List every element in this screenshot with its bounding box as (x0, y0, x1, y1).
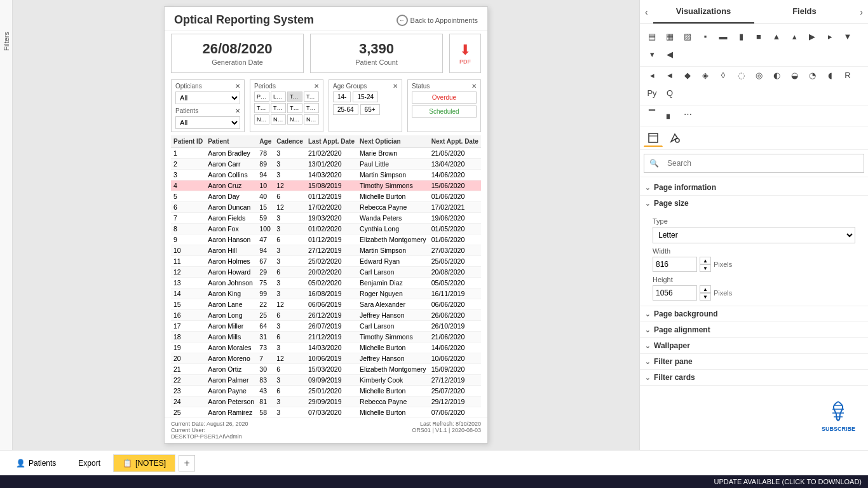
table-row[interactable]: 15 Aaron Lane 22 12 06/06/2019 Sara Alex… (171, 299, 481, 310)
width-up[interactable]: ▲ (700, 257, 711, 264)
viz-pie[interactable]: ◀ (661, 46, 678, 62)
subscribe-label[interactable]: SUBSCRIBE (822, 426, 855, 432)
viz-clustered-col[interactable]: ▬ (715, 28, 731, 44)
viz-card[interactable]: ◌ (733, 67, 749, 83)
pdf-download-button[interactable]: ⬇ PDF (449, 34, 481, 73)
table-row[interactable]: 24 Aaron Peterson 81 3 29/09/2019 Rebecc… (171, 396, 481, 407)
filters-label[interactable]: Filters (3, 32, 10, 51)
section-page-info-header[interactable]: ⌄ Page information (640, 180, 868, 195)
period-next-month[interactable]: Next Mo... (271, 114, 286, 125)
tab-visualizations[interactable]: Visualizations (653, 0, 754, 24)
table-row[interactable]: 25 Aaron Ramirez 58 3 07/03/2020 Michell… (171, 407, 481, 417)
type-select[interactable]: Letter (653, 227, 855, 243)
panel-next-button[interactable]: › (855, 2, 868, 22)
viz-multi-card[interactable]: ◎ (750, 67, 767, 83)
patients-select[interactable]: All (175, 116, 240, 129)
age-25-64[interactable]: 25-64 (333, 104, 358, 115)
width-input[interactable] (653, 257, 697, 272)
status-clear-icon[interactable]: ✕ (471, 83, 477, 90)
table-row[interactable]: 11 Aaron Holmes 67 3 25/02/2020 Edward R… (171, 256, 481, 267)
tab-fields[interactable]: Fields (754, 0, 855, 24)
period-tomorrow[interactable]: Tomorrow (304, 92, 319, 102)
period-last7[interactable]: Last 7 da... (271, 92, 286, 102)
status-scheduled[interactable]: Scheduled (412, 105, 477, 118)
table-row[interactable]: 10 Aaron Hill 94 3 27/12/2019 Martin Sim… (171, 245, 481, 256)
subscribe-logo[interactable]: SUBSCRIBE (822, 398, 855, 432)
table-row[interactable]: 16 Aaron Long 25 6 26/12/2019 Jeffrey Ha… (171, 310, 481, 321)
viz-kpi[interactable]: ◐ (768, 67, 785, 83)
section-page-alignment-header[interactable]: ⌄ Page alignment (640, 322, 868, 337)
table-row[interactable]: 4 Aaron Cruz 10 12 15/08/2019 Timothy Si… (171, 180, 481, 191)
viz-funnel[interactable]: ▼ (839, 28, 856, 44)
period-this-quarter[interactable]: This Qu... (287, 103, 302, 113)
viz-search-input[interactable] (662, 156, 858, 170)
tab-notes[interactable]: 📋 [NOTES] (113, 454, 175, 472)
viz-r-script[interactable]: R (839, 67, 856, 83)
status-overdue[interactable]: Overdue (412, 92, 477, 104)
table-row[interactable]: 5 Aaron Day 40 6 01/12/2019 Michelle Bur… (171, 191, 481, 202)
period-previous[interactable]: Previous (254, 92, 269, 102)
table-row[interactable]: 1 Aaron Bradley 78 3 21/02/2020 Marie Br… (171, 148, 481, 159)
viz-stacked-col[interactable]: ▪ (697, 28, 714, 44)
period-this-year[interactable]: This Year (304, 103, 319, 113)
table-row[interactable]: 8 Aaron Fox 100 3 01/02/2020 Cynthia Lon… (171, 224, 481, 234)
section-page-background-header[interactable]: ⌄ Page background (640, 306, 868, 322)
section-filter-cards-header[interactable]: ⌄ Filter cards (640, 370, 868, 385)
period-this-week[interactable]: This Week (254, 103, 269, 113)
viz-qna[interactable]: Q (661, 85, 678, 101)
table-row[interactable]: 7 Aaron Fields 59 3 19/03/2020 Wanda Pet… (171, 213, 481, 224)
table-row[interactable]: 3 Aaron Collins 94 3 14/03/2020 Martin S… (171, 170, 481, 180)
viz-custom[interactable]: ▖ (661, 105, 678, 122)
period-this-month[interactable]: This Month (271, 103, 286, 113)
viz-slicer[interactable]: ◒ (786, 67, 803, 83)
viz-stacked-bar[interactable]: ▤ (644, 28, 660, 44)
viz-treemap[interactable]: ◄ (661, 67, 678, 83)
height-input[interactable] (653, 285, 697, 301)
table-row[interactable]: 20 Aaron Moreno 7 12 10/06/2019 Jeffrey … (171, 353, 481, 364)
viz-matrix[interactable]: ◖ (822, 67, 838, 83)
opticians-clear-icon[interactable]: ✕ (235, 83, 240, 90)
periods-clear-icon[interactable]: ✕ (314, 83, 319, 90)
height-up[interactable]: ▲ (700, 285, 711, 293)
table-row[interactable]: 22 Aaron Palmer 83 3 09/09/2019 Kimberly… (171, 375, 481, 386)
add-tab-button[interactable]: + (179, 455, 195, 471)
viz-donut[interactable]: ◂ (644, 67, 660, 83)
height-down[interactable]: ▼ (700, 293, 711, 301)
viz-100pct-bar[interactable]: ▨ (679, 28, 696, 44)
section-page-size-header[interactable]: ⌄ Page size (640, 196, 868, 211)
viz-more[interactable]: ⋯ (679, 105, 696, 122)
tab-patients[interactable]: 👤 Patients (6, 454, 65, 472)
width-down[interactable]: ▼ (700, 264, 711, 272)
viz-scatter[interactable]: ▾ (644, 46, 660, 62)
viz-clustered-bar[interactable]: ▦ (661, 28, 678, 44)
format-fields-icon[interactable] (644, 129, 663, 147)
format-paint-icon[interactable] (665, 129, 684, 147)
table-row[interactable]: 17 Aaron Miller 64 3 26/07/2019 Carl Lar… (171, 321, 481, 332)
table-row[interactable]: 21 Aaron Ortiz 30 6 15/03/2020 Elizabeth… (171, 364, 481, 375)
period-next-week[interactable]: Next Week (254, 114, 269, 125)
age-65plus[interactable]: 65+ (360, 104, 380, 115)
table-row[interactable]: 2 Aaron Carr 89 3 13/01/2020 Paul Little… (171, 159, 481, 170)
opticians-select[interactable]: All (175, 92, 240, 104)
viz-python[interactable]: Py (644, 85, 660, 101)
viz-map[interactable]: ◆ (679, 67, 696, 83)
viz-ribbon[interactable]: ▶ (804, 28, 820, 44)
period-today[interactable]: Today (287, 92, 302, 102)
viz-line[interactable]: ■ (750, 28, 767, 44)
update-bar[interactable]: UPDATE AVAILABLE (CLICK TO DOWNLOAD) (0, 475, 868, 488)
age-under14[interactable]: 14- (333, 92, 351, 102)
table-row[interactable]: 6 Aaron Duncan 15 12 17/02/2020 Rebecca … (171, 202, 481, 213)
table-row[interactable]: 19 Aaron Morales 73 3 14/03/2020 Michell… (171, 342, 481, 353)
viz-line-col[interactable]: ▴ (786, 28, 803, 44)
table-row[interactable]: 23 Aaron Payne 43 6 25/01/2020 Michelle … (171, 386, 481, 396)
period-next-quarter[interactable]: Next Qu... (287, 114, 302, 125)
viz-filled-map[interactable]: ◈ (697, 67, 714, 83)
panel-prev-button[interactable]: ‹ (640, 2, 653, 22)
table-row[interactable]: 12 Aaron Howard 29 6 20/02/2020 Carl Lar… (171, 267, 481, 278)
table-row[interactable]: 9 Aaron Hanson 47 6 01/12/2019 Elizabeth… (171, 234, 481, 245)
age-15-24[interactable]: 15-24 (353, 92, 378, 102)
section-filter-pane-header[interactable]: ⌄ Filter pane (640, 354, 868, 369)
tab-export[interactable]: Export (69, 454, 110, 472)
table-row[interactable]: 18 Aaron Mills 31 6 21/12/2019 Timothy S… (171, 332, 481, 342)
table-row[interactable]: 14 Aaron King 99 3 16/08/2019 Roger Nguy… (171, 288, 481, 299)
